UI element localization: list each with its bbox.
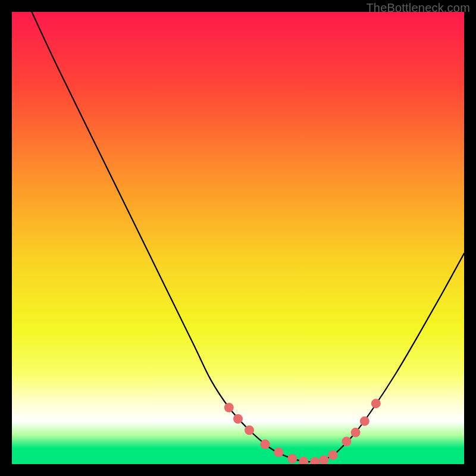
- marker-dot: [261, 440, 270, 449]
- marker-dot: [328, 450, 338, 460]
- watermark-text: TheBottleneck.com: [366, 1, 470, 15]
- marker-dot: [351, 428, 361, 437]
- chart-svg: [12, 12, 464, 464]
- marker-dot: [342, 437, 351, 446]
- marker-dot: [274, 447, 283, 457]
- marker-dot: [360, 416, 369, 426]
- marker-dot: [224, 403, 234, 412]
- marker-dot: [233, 414, 243, 424]
- gradient-background: [12, 12, 464, 464]
- chart-stage: TheBottleneck.com: [0, 0, 476, 476]
- plot-area: [12, 12, 464, 464]
- marker-dot: [245, 425, 254, 435]
- marker-dot: [371, 399, 381, 408]
- marker-dot: [287, 454, 297, 464]
